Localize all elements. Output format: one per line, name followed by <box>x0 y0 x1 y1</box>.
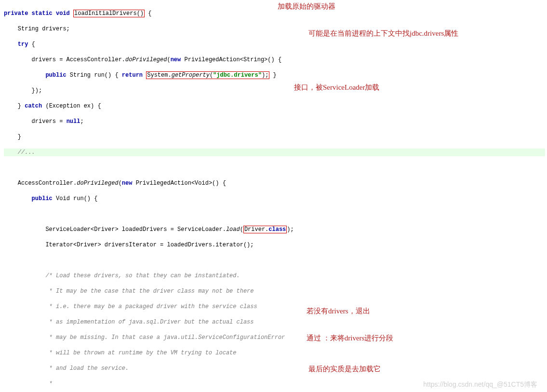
code-line: * will be thrown at runtime by the VM tr… <box>4 349 545 357</box>
watermark: https://blog.csdn.net/qq_@51CT5博客 <box>423 380 537 389</box>
code-line <box>4 257 545 264</box>
code-line: } catch (Exception ex) { <box>4 102 545 110</box>
annotation-split: 通过 ：来将drivers进行分段 <box>307 334 393 343</box>
code-line: }); <box>4 87 545 95</box>
code-line: public String run() { return System.getP… <box>4 71 545 79</box>
code-line: * It may be the case that the driver cla… <box>4 287 545 295</box>
code-block: private static void loadInitialDrivers()… <box>0 0 547 392</box>
code-line: * may be missing. In that case a java.ut… <box>4 334 545 341</box>
code-line: * as implementation of java.sql.Driver b… <box>4 318 545 326</box>
code-line: private static void loadInitialDrivers()… <box>4 10 545 17</box>
annotation-load-class: 最后的实质是去加载它 <box>308 365 381 374</box>
code-line: * i.e. there may be a packaged driver wi… <box>4 303 545 311</box>
code-line: String drivers; <box>4 25 545 33</box>
code-line: try { <box>4 41 545 48</box>
annotation-load-drivers: 加载原始的驱动器 <box>278 2 335 11</box>
code-line: public Void run() { <box>4 195 545 203</box>
code-line: drivers = AccessController.doPrivileged(… <box>4 56 545 64</box>
code-line <box>4 210 545 218</box>
code-line: //... <box>4 149 545 156</box>
code-line: /* Load these drivers, so that they can … <box>4 272 545 280</box>
code-line: * and load the service. <box>4 365 545 372</box>
code-line: Iterator<Driver> driversIterator = loade… <box>4 241 545 249</box>
code-line: ServiceLoader<Driver> loadedDrivers = Se… <box>4 226 545 233</box>
code-line: } <box>4 133 545 141</box>
annotation-jdbc-drivers: 可能是在当前进程的上下文中找jdbc.drivers属性 <box>308 29 458 38</box>
code-line: AccessController.doPrivileged(new Privil… <box>4 179 545 187</box>
annotation-exit: 若没有drivers，退出 <box>307 307 370 316</box>
code-line: drivers = null; <box>4 118 545 125</box>
annotation-serviceloader: 接口，被ServiceLoader加载 <box>294 83 379 92</box>
code-line <box>4 164 545 172</box>
